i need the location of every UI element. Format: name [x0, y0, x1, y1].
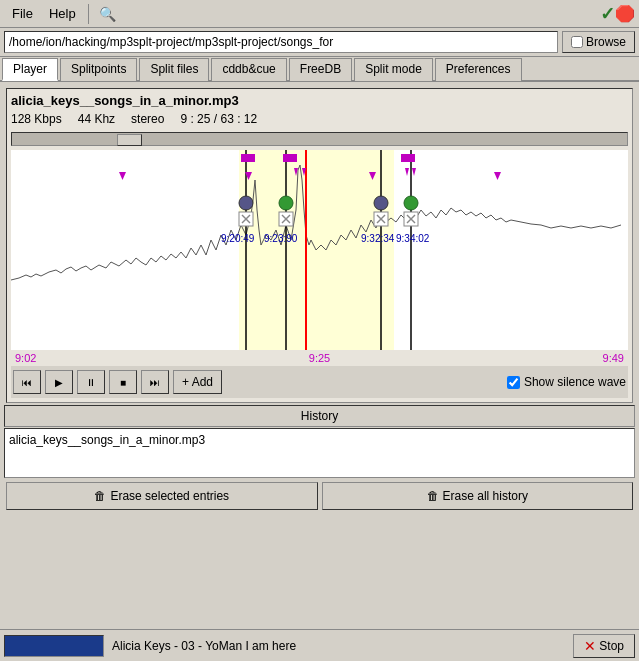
- trash-icon: 🗑: [94, 489, 106, 503]
- check-icon: ✓: [600, 3, 615, 25]
- time-mid: 9:25: [309, 352, 330, 364]
- erase-selected-button[interactable]: 🗑 Erase selected entries: [6, 482, 318, 510]
- player-panel: alicia_keys__songs_in_a_minor.mp3 128 Kb…: [6, 88, 633, 403]
- waveform-display[interactable]: 9:20:49 9:23:90 9:32:34 9:34:02: [11, 150, 628, 350]
- path-input[interactable]: [4, 31, 558, 53]
- svg-point-18: [239, 196, 253, 210]
- show-silence-container: Show silence wave: [507, 375, 626, 389]
- erase-all-label: Erase all history: [443, 489, 528, 503]
- svg-rect-7: [241, 154, 255, 162]
- waveform-svg: 9:20:49 9:23:90 9:32:34 9:34:02: [11, 150, 628, 350]
- pause-button[interactable]: ⏸: [77, 370, 105, 394]
- svg-point-26: [374, 196, 388, 210]
- menu-separator: [88, 4, 89, 24]
- svg-point-30: [404, 196, 418, 210]
- svg-point-22: [279, 196, 293, 210]
- tab-player[interactable]: Player: [2, 58, 58, 81]
- menu-file[interactable]: File: [4, 4, 41, 23]
- erase-selected-label: Erase selected entries: [110, 489, 229, 503]
- menubar: File Help 🔍 ✓ 🛑: [0, 0, 639, 28]
- erase-all-button[interactable]: 🗑 Erase all history: [322, 482, 634, 510]
- time-labels: 9:02 9:25 9:49: [11, 350, 628, 366]
- app-stop-icon[interactable]: 🛑: [615, 4, 635, 23]
- history-header: History: [4, 405, 635, 427]
- rewind-button[interactable]: ⏮: [13, 370, 41, 394]
- time-end: 9:49: [603, 352, 624, 364]
- tabs: Player Splitpoints Split files cddb&cue …: [0, 57, 639, 82]
- status-track: Alicia Keys - 03 - YoMan I am here: [108, 639, 573, 653]
- stop-label: Stop: [599, 639, 624, 653]
- stop-transport-button[interactable]: ■: [109, 370, 137, 394]
- stop-button[interactable]: ✕ Stop: [573, 634, 635, 658]
- tab-splitpoints[interactable]: Splitpoints: [60, 58, 137, 81]
- tab-cddb[interactable]: cddb&cue: [211, 58, 286, 81]
- svg-text:9:34:02: 9:34:02: [396, 233, 430, 244]
- scrollbar-thumb[interactable]: [117, 134, 142, 146]
- time-display: 9 : 25 / 63 : 12: [180, 112, 257, 126]
- seek-scrollbar[interactable]: [11, 132, 628, 146]
- add-button[interactable]: + Add: [173, 370, 222, 394]
- transport-controls: ⏮ ▶ ⏸ ■ ⏭ + Add Show silence wave: [11, 366, 628, 398]
- show-silence-label: Show silence wave: [524, 375, 626, 389]
- history-list[interactable]: alicia_keys__songs_in_a_minor.mp3: [4, 428, 635, 478]
- history-section: History alicia_keys__songs_in_a_minor.mp…: [4, 405, 635, 514]
- sample-rate: 44 Khz: [78, 112, 115, 126]
- svg-text:9:20:49: 9:20:49: [221, 233, 255, 244]
- tab-split-files[interactable]: Split files: [139, 58, 209, 81]
- browse-label: Browse: [586, 35, 626, 49]
- channels: stereo: [131, 112, 164, 126]
- svg-text:9:32:34: 9:32:34: [361, 233, 395, 244]
- menu-help[interactable]: Help: [41, 4, 84, 23]
- stop-x-icon: ✕: [584, 638, 596, 654]
- history-entry[interactable]: alicia_keys__songs_in_a_minor.mp3: [9, 433, 630, 447]
- tab-split-mode[interactable]: Split mode: [354, 58, 433, 81]
- tab-freedb[interactable]: FreeDB: [289, 58, 352, 81]
- play-button[interactable]: ▶: [45, 370, 73, 394]
- show-silence-checkbox[interactable]: [507, 376, 520, 389]
- svg-rect-9: [401, 154, 415, 162]
- bitrate: 128 Kbps: [11, 112, 62, 126]
- time-start: 9:02: [15, 352, 36, 364]
- file-info: 128 Kbps 44 Khz stereo 9 : 25 / 63 : 12: [11, 112, 628, 126]
- search-icon[interactable]: 🔍: [93, 4, 122, 24]
- statusbar: Alicia Keys - 03 - YoMan I am here ✕ Sto…: [0, 629, 639, 661]
- svg-text:9:23:90: 9:23:90: [264, 233, 298, 244]
- history-buttons: 🗑 Erase selected entries 🗑 Erase all his…: [4, 478, 635, 514]
- svg-rect-8: [283, 154, 297, 162]
- trash-all-icon: 🗑: [427, 489, 439, 503]
- forward-button[interactable]: ⏭: [141, 370, 169, 394]
- browse-checkbox[interactable]: [571, 36, 583, 48]
- tab-preferences[interactable]: Preferences: [435, 58, 522, 81]
- filename: alicia_keys__songs_in_a_minor.mp3: [11, 93, 628, 108]
- browse-button[interactable]: Browse: [562, 31, 635, 53]
- progress-bar: [4, 635, 104, 657]
- pathbar: Browse: [0, 28, 639, 57]
